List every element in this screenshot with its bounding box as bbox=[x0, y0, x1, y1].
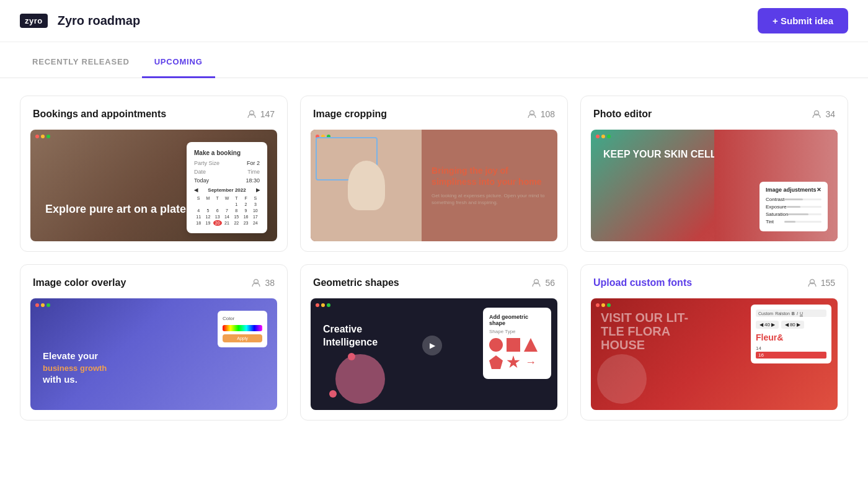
card-image-cropping: Image cropping 108 Bringing the j bbox=[300, 96, 568, 252]
card-cropping-image: Bringing the joy of simpliness into your… bbox=[311, 130, 557, 241]
card-fonts-votes: 155 bbox=[807, 278, 835, 288]
booking-hero-text: Explore pure art on a plate bbox=[45, 202, 186, 216]
adj-title: Image adjustments ✕ bbox=[766, 187, 822, 193]
crop-vase bbox=[348, 161, 385, 210]
card-photo-editor: Photo editor 34 KEEP YOUR SKIN CELLS HAP… bbox=[580, 96, 848, 252]
adj-exposure: Exposure bbox=[766, 204, 822, 210]
card-overlay-header: Image color overlay 38 bbox=[20, 265, 287, 298]
crop-right: Bringing the joy of simpliness into your… bbox=[422, 130, 557, 241]
header: zyro Zyro roadmap + Submit idea bbox=[0, 0, 868, 42]
photo-adjustments-popup: Image adjustments ✕ Contrast Exposure Sa… bbox=[760, 182, 828, 231]
adj-tint: Tint bbox=[766, 219, 822, 225]
fonts-size-16-selected[interactable]: 16 bbox=[756, 352, 826, 359]
geo-shape-arrow[interactable]: → bbox=[524, 355, 538, 369]
zyro-logo: zyro bbox=[20, 14, 48, 28]
card-fonts-image: VISIT OUR LIT-TLE FLORAHOUSE Custom Rals… bbox=[591, 298, 838, 410]
booking-form-popup: Make a booking Party Size For 2 Date Tim… bbox=[187, 142, 267, 233]
card-geo-header: Geometric shapes 56 bbox=[301, 265, 567, 298]
geo-shape-star[interactable] bbox=[507, 355, 520, 369]
overlay-hero-text: Elevate your business growth with us. bbox=[43, 350, 107, 385]
tabs-nav: RECENTLY RELEASED UPCOMING bbox=[0, 47, 868, 78]
vote-count-value: 108 bbox=[541, 109, 555, 119]
fonts-size-popup: Custom Ralston B I U ◀ 40 ▶ ◀ bbox=[751, 305, 831, 363]
fonts-bg-text: VISIT OUR LIT-TLE FLORAHOUSE bbox=[601, 311, 688, 352]
card-overlay-title: Image color overlay bbox=[33, 277, 126, 288]
card-bookings-votes: 147 bbox=[247, 109, 275, 119]
play-button[interactable]: ▶ bbox=[422, 336, 442, 355]
vote-count-value: 147 bbox=[260, 109, 275, 119]
browser-dots bbox=[316, 303, 330, 307]
card-upload-custom-fonts: Upload custom fonts 155 VISIT OUR LIT-TL… bbox=[580, 264, 848, 421]
crop-left bbox=[311, 130, 422, 241]
vote-icon bbox=[812, 109, 822, 119]
fonts-size-list: 14 16 bbox=[756, 345, 826, 359]
browser-dots bbox=[596, 303, 611, 307]
card-photo-votes: 34 bbox=[812, 109, 835, 119]
card-overlay-image: Elevate your business growth with us. Co… bbox=[30, 298, 277, 410]
geo-shape-circle[interactable] bbox=[489, 338, 503, 352]
geo-dot-2 bbox=[348, 353, 355, 360]
vote-count-value: 155 bbox=[821, 278, 835, 288]
fonts-size-14[interactable]: 14 bbox=[756, 345, 826, 352]
card-cropping-header: Image cropping 108 bbox=[301, 96, 567, 130]
geo-shape-square[interactable] bbox=[507, 338, 520, 352]
calendar-grid: SMT WTFS 123 456 78910 111213 14151617 1… bbox=[194, 195, 260, 226]
card-bookings-header: Bookings and appointments 147 bbox=[20, 96, 287, 130]
font-size-box-2[interactable]: ◀ 80 ▶ bbox=[781, 321, 804, 329]
geo-dot-1 bbox=[329, 390, 337, 398]
card-fonts-title: Upload custom fonts bbox=[593, 277, 692, 288]
font-size-box-1[interactable]: ◀ 40 ▶ bbox=[756, 321, 779, 329]
card-photo-title: Photo editor bbox=[593, 109, 652, 120]
geo-shape-triangle[interactable] bbox=[524, 338, 538, 352]
cards-grid: Bookings and appointments 147 Explore pu… bbox=[0, 78, 868, 438]
vote-icon bbox=[531, 278, 541, 288]
tab-recently-released[interactable]: RECENTLY RELEASED bbox=[20, 47, 142, 78]
geo-popup: Add geometric shape Shape Type → bbox=[483, 308, 551, 379]
card-bookings-title: Bookings and appointments bbox=[33, 109, 166, 120]
fonts-size-row: ◀ 40 ▶ ◀ 80 ▶ bbox=[756, 321, 826, 329]
card-bookings-image: Explore pure art on a plate Make a booki… bbox=[30, 130, 277, 241]
browser-dots bbox=[35, 135, 50, 138]
adj-saturation: Saturation bbox=[766, 212, 822, 217]
fonts-toolbar: Custom Ralston B I U bbox=[756, 310, 826, 317]
card-cropping-title: Image cropping bbox=[313, 109, 387, 120]
card-fonts-header: Upload custom fonts 155 bbox=[581, 265, 848, 298]
card-geo-votes: 56 bbox=[531, 278, 555, 288]
browser-dots bbox=[35, 303, 50, 307]
card-bookings: Bookings and appointments 147 Explore pu… bbox=[20, 96, 288, 252]
vote-icon bbox=[807, 278, 817, 288]
card-image-color-overlay: Image color overlay 38 Elevate your busi… bbox=[20, 264, 288, 421]
overlay-color-popup: Color Apply bbox=[218, 311, 267, 347]
adj-contrast: Contrast bbox=[766, 197, 822, 202]
tab-upcoming[interactable]: UPCOMING bbox=[142, 47, 215, 78]
vote-count-value: 56 bbox=[545, 278, 555, 288]
vote-count-value: 38 bbox=[265, 278, 275, 288]
card-photo-header: Photo editor 34 bbox=[581, 96, 848, 130]
geo-shapes-row-2: → bbox=[489, 355, 545, 369]
card-photo-image: KEEP YOUR SKIN CELLS HAPPY Image adjustm… bbox=[591, 130, 838, 241]
card-cropping-votes: 108 bbox=[527, 109, 555, 119]
card-geo-title: Geometric shapes bbox=[313, 277, 399, 288]
header-left: zyro Zyro roadmap bbox=[20, 14, 140, 28]
fonts-sample-text: Fleur& bbox=[756, 332, 826, 342]
vote-icon bbox=[527, 109, 537, 119]
vote-icon bbox=[251, 278, 261, 288]
card-geometric-shapes: Geometric shapes 56 CreativeIntelligence bbox=[300, 264, 568, 421]
card-overlay-votes: 38 bbox=[251, 278, 275, 288]
geo-shape-pentagon[interactable] bbox=[489, 355, 503, 369]
flower-decor bbox=[597, 354, 647, 404]
geo-shapes-row-1 bbox=[489, 338, 545, 352]
vote-count-value: 34 bbox=[825, 109, 835, 119]
page-title: Zyro roadmap bbox=[58, 14, 140, 28]
color-bar bbox=[223, 325, 262, 331]
apply-color-button[interactable]: Apply bbox=[223, 334, 262, 342]
card-geo-image: CreativeIntelligence ▶ Add geometric sha… bbox=[311, 298, 557, 410]
geo-circle-big bbox=[335, 354, 385, 404]
geo-hero-text: CreativeIntelligence bbox=[323, 323, 378, 349]
browser-dots bbox=[596, 135, 611, 138]
crop-hero-text: Bringing the joy of simpliness into your… bbox=[432, 165, 547, 187]
submit-idea-button[interactable]: + Submit idea bbox=[758, 8, 848, 33]
vote-icon bbox=[247, 109, 257, 119]
crop-desc: Get looking at expenses picture. Open yo… bbox=[432, 192, 547, 206]
